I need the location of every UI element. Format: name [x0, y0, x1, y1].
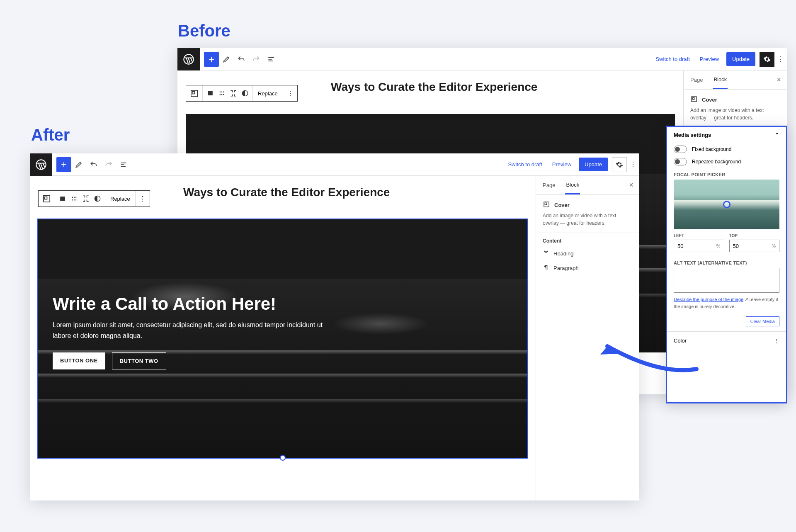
- left-position-input[interactable]: 50%: [674, 240, 724, 252]
- svg-point-9: [223, 94, 224, 95]
- sidebar-item-heading[interactable]: Heading: [536, 246, 639, 261]
- left-position-label: LEFT: [674, 233, 724, 238]
- block-name: Cover: [554, 202, 570, 208]
- details-icon[interactable]: [264, 52, 279, 67]
- page-title[interactable]: Ways to Curate the Editor Experience: [331, 80, 537, 94]
- switch-to-draft-link[interactable]: Switch to draft: [650, 56, 694, 62]
- update-button[interactable]: Update: [579, 158, 608, 171]
- clear-media-button[interactable]: Clear Media: [746, 316, 779, 326]
- block-toolbar: Replace ⋮: [186, 85, 298, 102]
- svg-point-6: [223, 91, 224, 92]
- top-position-label: TOP: [729, 233, 780, 238]
- move-icon[interactable]: [216, 87, 228, 99]
- cover-block-icon: [690, 95, 698, 104]
- settings-button[interactable]: [612, 157, 627, 172]
- top-position-input[interactable]: 50%: [729, 240, 780, 252]
- focal-point-label: FOCAL POINT PICKER: [667, 168, 786, 180]
- svg-rect-3: [208, 91, 213, 95]
- focal-point-handle[interactable]: [723, 201, 730, 208]
- duotone-icon[interactable]: [239, 87, 251, 99]
- fullwidth-icon[interactable]: [228, 87, 239, 99]
- svg-rect-12: [692, 97, 694, 100]
- block-type-icon[interactable]: [186, 85, 203, 101]
- block-description: Add an image or video with a text overla…: [543, 212, 633, 227]
- close-sidebar-button[interactable]: ×: [629, 181, 633, 189]
- before-label: Before: [178, 22, 231, 40]
- tab-page[interactable]: Page: [542, 176, 556, 194]
- after-label: After: [31, 126, 70, 144]
- duotone-icon[interactable]: [92, 193, 103, 204]
- svg-point-5: [221, 91, 223, 92]
- add-block-button[interactable]: +: [56, 157, 71, 172]
- media-settings-title: Media settings: [674, 132, 711, 138]
- align-icon[interactable]: [204, 87, 216, 99]
- replace-button[interactable]: Replace: [253, 85, 283, 101]
- edit-icon[interactable]: [71, 157, 86, 172]
- cover-block-icon: [543, 201, 550, 209]
- redo-icon: [101, 157, 116, 172]
- align-icon[interactable]: [57, 193, 68, 204]
- cover-heading[interactable]: Write a Call to Action Here!: [53, 294, 332, 314]
- wordpress-logo[interactable]: [30, 153, 52, 176]
- block-toolbar: Replace ⋮: [38, 190, 150, 207]
- svg-point-21: [74, 199, 75, 201]
- block-description: Add an image or video with a text overla…: [690, 107, 780, 121]
- alt-text-help-link[interactable]: Describe the purpose of the image: [674, 297, 743, 302]
- chevron-up-icon[interactable]: ⌃: [775, 132, 779, 138]
- tab-page[interactable]: Page: [689, 70, 704, 89]
- more-menu-button[interactable]: ⋮: [627, 160, 639, 168]
- external-icon: ↗: [743, 297, 748, 302]
- paragraph-icon: [543, 264, 549, 272]
- svg-point-8: [221, 94, 223, 95]
- tab-block[interactable]: Block: [713, 70, 728, 89]
- settings-button[interactable]: [760, 52, 774, 67]
- block-type-icon[interactable]: [39, 191, 55, 206]
- svg-point-22: [75, 199, 77, 201]
- preview-link[interactable]: Preview: [695, 56, 724, 62]
- block-more-button[interactable]: ⋮: [136, 191, 150, 206]
- resize-handle[interactable]: [280, 455, 286, 461]
- fixed-background-toggle[interactable]: [674, 146, 687, 153]
- move-icon[interactable]: [68, 193, 80, 204]
- arrow-icon: [597, 338, 701, 375]
- svg-point-7: [220, 94, 221, 95]
- cover-button-one[interactable]: BUTTON ONE: [53, 352, 105, 369]
- cover-block[interactable]: Write a Call to Action Here! Lorem ipsum…: [38, 219, 527, 458]
- block-more-button[interactable]: ⋮: [283, 85, 297, 101]
- alt-text-input[interactable]: [674, 268, 779, 293]
- undo-icon[interactable]: [234, 52, 249, 67]
- edit-icon[interactable]: [219, 52, 234, 67]
- details-icon[interactable]: [116, 157, 131, 172]
- repeated-background-label: Repeated background: [692, 159, 741, 165]
- focal-point-picker[interactable]: [674, 180, 779, 229]
- replace-button[interactable]: Replace: [105, 191, 136, 206]
- more-menu-button[interactable]: ⋮: [774, 55, 787, 63]
- update-button[interactable]: Update: [726, 52, 755, 66]
- content-heading: Content: [536, 233, 639, 246]
- close-sidebar-button[interactable]: ×: [777, 75, 781, 84]
- svg-point-18: [74, 197, 75, 198]
- repeated-background-toggle[interactable]: [674, 158, 687, 165]
- undo-icon[interactable]: [86, 157, 101, 172]
- block-name: Cover: [702, 97, 717, 103]
- switch-to-draft-link[interactable]: Switch to draft: [503, 161, 547, 168]
- cover-paragraph[interactable]: Lorem ipsum dolor sit amet, consectetur …: [53, 320, 332, 341]
- page-title[interactable]: Ways to Curate the Editor Experience: [183, 186, 390, 199]
- tab-block[interactable]: Block: [565, 176, 580, 194]
- wordpress-logo[interactable]: [177, 48, 200, 70]
- svg-point-17: [72, 197, 73, 198]
- svg-rect-25: [545, 203, 547, 205]
- sidebar-item-paragraph[interactable]: Paragraph: [536, 261, 639, 275]
- fullwidth-icon[interactable]: [80, 193, 92, 204]
- after-window: + Switch to draft Preview Update ⋮ Repla…: [30, 153, 639, 500]
- sidebar-item-label: Paragraph: [553, 265, 579, 271]
- cover-button-two[interactable]: BUTTON TWO: [112, 352, 166, 369]
- color-more-button[interactable]: ⋮: [774, 338, 779, 344]
- svg-point-20: [72, 199, 73, 201]
- add-block-button[interactable]: +: [204, 52, 219, 67]
- svg-rect-2: [192, 91, 195, 94]
- alt-text-label: ALT TEXT (ALTERNATIVE TEXT): [667, 256, 786, 268]
- svg-point-19: [75, 197, 77, 198]
- redo-icon: [249, 52, 264, 67]
- preview-link[interactable]: Preview: [547, 161, 576, 168]
